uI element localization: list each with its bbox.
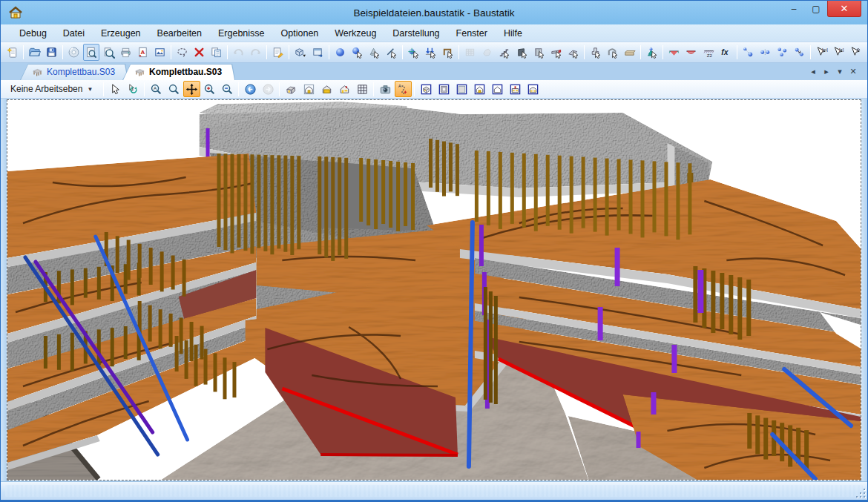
open-file-button[interactable]: [27, 44, 43, 61]
tab-scroll-left-button[interactable]: ◂: [806, 65, 820, 79]
properties-button[interactable]: [270, 44, 286, 61]
menu-fenster[interactable]: Fenster: [448, 26, 496, 41]
window-controls: –▢✕: [783, 1, 867, 17]
moment-diagram-button[interactable]: [666, 44, 683, 61]
menu-optionen[interactable]: Optionen: [273, 26, 327, 41]
print-preview-button[interactable]: [83, 44, 99, 61]
new-window-button[interactable]: [309, 44, 326, 61]
copy-button[interactable]: [208, 44, 225, 61]
redo-button[interactable]: [248, 44, 264, 61]
view-front-button[interactable]: [300, 81, 318, 97]
zoom-out-button[interactable]: [219, 81, 236, 97]
export-pdf-button[interactable]: [134, 44, 151, 61]
generate-nodes-2-button[interactable]: [757, 44, 773, 61]
tab-scroll-right-button[interactable]: ▸: [820, 65, 833, 79]
undo-button[interactable]: [231, 44, 247, 61]
view-isometric-button[interactable]: [283, 81, 300, 97]
std-view-back-button[interactable]: [507, 81, 524, 97]
previous-view-button[interactable]: [242, 81, 259, 97]
generate-nodes-1-button[interactable]: [740, 44, 756, 61]
rotate-view-button[interactable]: [125, 81, 142, 97]
std-view-front-button[interactable]: [435, 81, 453, 97]
raster-button[interactable]: [354, 81, 371, 97]
node-button[interactable]: [332, 44, 348, 61]
std-view-house-button[interactable]: [489, 81, 506, 97]
insert-node-button[interactable]: [405, 44, 421, 61]
select-member-button[interactable]: [383, 44, 399, 61]
maximize-button[interactable]: ▢: [805, 1, 827, 17]
view-side-button[interactable]: [336, 81, 353, 97]
view-top-button[interactable]: [318, 81, 335, 97]
shear-diagram-button[interactable]: [683, 44, 700, 61]
next-view-button[interactable]: [260, 81, 277, 97]
portal-button[interactable]: [605, 44, 621, 61]
tab-komplettbau-s03-active[interactable]: Komplettbau.S03: [122, 64, 235, 80]
menu-datei[interactable]: Datei: [55, 26, 93, 41]
menu-debug[interactable]: Debug: [11, 26, 55, 41]
view-cube-button[interactable]: [292, 44, 309, 61]
print-button[interactable]: [117, 44, 134, 61]
zoom-dynamic-button[interactable]: [165, 81, 183, 97]
toolbar-separator: [266, 45, 267, 59]
beam-button[interactable]: [548, 44, 564, 61]
wall-button[interactable]: [513, 44, 530, 61]
toolbar-separator: [23, 45, 24, 59]
export-image-button[interactable]: [151, 44, 168, 61]
menu-bearbeiten[interactable]: Bearbeiten: [149, 26, 210, 41]
stairs-button[interactable]: [496, 44, 513, 61]
menu-hilfe[interactable]: Hilfe: [496, 26, 530, 41]
title-bar[interactable]: Beispieldateien.baustatik - Baustatik –▢…: [1, 1, 867, 24]
delete-button[interactable]: [191, 44, 207, 61]
parapet-button[interactable]: [622, 44, 638, 61]
right-rail: [861, 99, 867, 481]
generate-nodes-3-button[interactable]: [774, 44, 790, 61]
menu-erzeugen[interactable]: Erzeugen: [93, 26, 149, 41]
tab-list-button[interactable]: ▾: [833, 65, 846, 79]
insert-frame-button[interactable]: [440, 44, 456, 61]
pan-button[interactable]: [183, 81, 200, 97]
support-button[interactable]: [644, 44, 660, 61]
column-button[interactable]: [530, 44, 547, 61]
insert-load-button[interactable]: [423, 44, 439, 61]
mesh-button[interactable]: [462, 44, 479, 61]
tab-komplettbau-s03[interactable]: Komplettbau.S03: [20, 64, 128, 80]
pick-measure-button[interactable]: [814, 44, 830, 61]
std-view-house-door-button[interactable]: [471, 81, 488, 97]
foundation-button[interactable]: [587, 44, 603, 61]
select-node-button[interactable]: [349, 44, 365, 61]
workplane-dropdown[interactable]: Keine Arbeitseben ▼: [5, 82, 98, 96]
std-view-iso-button[interactable]: [418, 81, 435, 97]
std-view-plain-button[interactable]: [453, 81, 470, 97]
zoom-window-button[interactable]: [148, 81, 165, 97]
menu-werkzeug[interactable]: Werkzeug: [326, 26, 384, 41]
function-button[interactable]: [717, 44, 734, 61]
resize-grip-icon[interactable]: [855, 487, 865, 498]
model-viewport[interactable]: [7, 99, 861, 480]
slab-button[interactable]: [565, 44, 581, 61]
solid-button[interactable]: [479, 44, 496, 61]
pick-coordinates-button[interactable]: [831, 44, 847, 61]
animation-path-button[interactable]: [395, 81, 412, 97]
model-icon: [32, 67, 43, 77]
std-view-roof-button[interactable]: [525, 81, 542, 97]
render-mode-button[interactable]: [377, 81, 394, 97]
lasso-select-button[interactable]: [174, 44, 190, 61]
save-copy-button[interactable]: [66, 44, 82, 61]
main-toolbar: [1, 42, 867, 63]
new-file-button[interactable]: [4, 44, 21, 61]
menu-ergebnisse[interactable]: Ergebnisse: [210, 26, 273, 41]
z2-diagram-button[interactable]: [700, 44, 717, 61]
pick-point-button[interactable]: [848, 44, 864, 61]
select-button[interactable]: [107, 81, 124, 97]
generate-nodes-4-button[interactable]: [791, 44, 807, 61]
menu-darstellung[interactable]: Darstellung: [384, 26, 447, 41]
select-support-button[interactable]: [366, 44, 382, 61]
minimize-button[interactable]: –: [783, 1, 805, 17]
toolbar-separator: [810, 45, 811, 59]
close-button[interactable]: ✕: [827, 1, 861, 17]
tab-close-button[interactable]: ✕: [846, 65, 860, 79]
save-file-button[interactable]: [44, 44, 60, 61]
page-view-button[interactable]: [100, 44, 116, 61]
zoom-in-button[interactable]: [201, 81, 218, 97]
3d-scene[interactable]: [7, 100, 861, 480]
